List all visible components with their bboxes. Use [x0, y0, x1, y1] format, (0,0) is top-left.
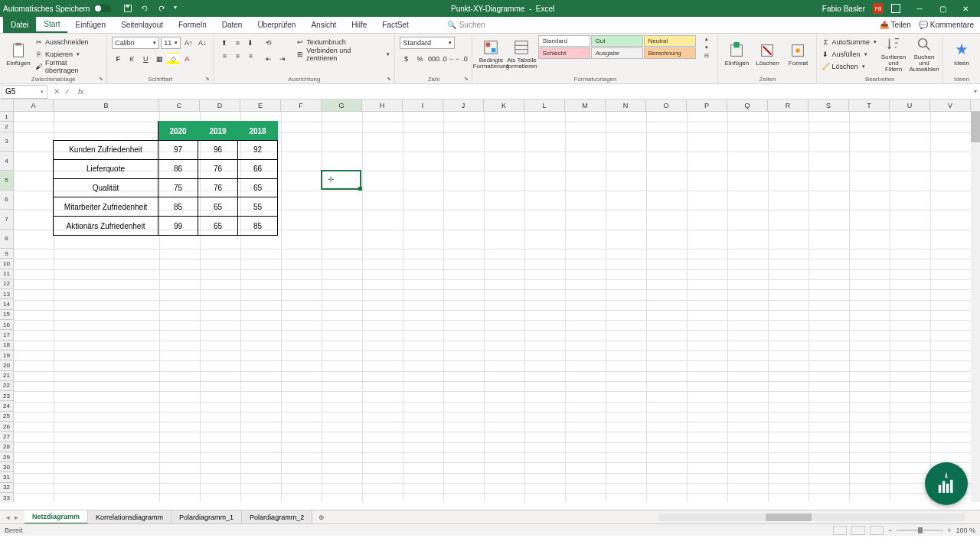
row-header-13[interactable]: 13	[0, 289, 14, 299]
view-page-layout-button[interactable]	[851, 526, 865, 535]
number-launcher[interactable]: ⬊	[464, 76, 470, 82]
row-header-5[interactable]: 5	[0, 171, 14, 190]
row-header-23[interactable]: 23	[0, 391, 14, 401]
sheet-tab-polardiagramm_1[interactable]: Polardiagramm_1	[172, 510, 242, 524]
col-header-F[interactable]: F	[281, 99, 322, 111]
style-schlecht[interactable]: Schlecht	[538, 47, 590, 59]
row-header-26[interactable]: 26	[0, 422, 14, 432]
sheet-tab-korrelationsdiagramm[interactable]: Korrelationsdiagramm	[88, 510, 172, 524]
sort-filter-button[interactable]: Sortieren und Filtern	[880, 35, 907, 73]
row-header-21[interactable]: 21	[0, 371, 14, 381]
maximize-button[interactable]: ▢	[931, 0, 954, 17]
fill-color-button[interactable]: ◇	[167, 53, 179, 65]
row-header-14[interactable]: 14	[0, 299, 14, 309]
autosave-toggle[interactable]: Automatisches Speichern	[3, 5, 111, 13]
tab-datei[interactable]: Datei	[3, 17, 36, 33]
col-header-D[interactable]: D	[200, 99, 240, 111]
row-header-22[interactable]: 22	[0, 381, 14, 391]
row-header-9[interactable]: 9	[0, 249, 14, 259]
align-right-button[interactable]: ≡	[244, 50, 256, 62]
percent-button[interactable]: %	[413, 53, 426, 65]
row-header-11[interactable]: 11	[0, 269, 14, 279]
style-berechnung[interactable]: Berechnung	[644, 47, 696, 59]
col-header-I[interactable]: I	[403, 99, 443, 111]
expand-formula-icon[interactable]: ▾	[971, 88, 980, 95]
sheet-nav-last-icon[interactable]: ▸	[15, 514, 18, 521]
format-as-table-button[interactable]: Als Tabelle formatieren	[508, 35, 535, 73]
add-sheet-button[interactable]: ⊕	[312, 514, 331, 521]
font-name-select[interactable]: Calibri▾	[112, 37, 159, 49]
align-bottom-button[interactable]: ⬇	[244, 37, 256, 49]
alignment-launcher[interactable]: ⬊	[387, 76, 393, 82]
col-header-P[interactable]: P	[687, 99, 727, 111]
sheet-tab-netzdiagramm[interactable]: Netzdiagramm	[24, 510, 88, 524]
undo-icon[interactable]	[140, 4, 149, 13]
vertical-scrollbar[interactable]	[971, 112, 980, 502]
clipboard-launcher[interactable]: ⬊	[99, 76, 105, 82]
row-header-19[interactable]: 19	[0, 350, 14, 360]
conditional-formatting-button[interactable]: Bedingte Formatierung	[477, 35, 505, 73]
font-launcher[interactable]: ⬊	[205, 76, 211, 82]
share-button[interactable]: 📤Teilen	[880, 21, 911, 29]
orientation-button[interactable]: ⟲	[263, 37, 275, 49]
align-top-button[interactable]: ⬆	[218, 37, 230, 49]
col-header-S[interactable]: S	[808, 99, 849, 111]
row-header-3[interactable]: 3	[0, 132, 14, 152]
underline-button[interactable]: U	[139, 53, 152, 65]
tab-ansicht[interactable]: Ansicht	[303, 17, 344, 33]
cancel-formula-icon[interactable]: ✕	[54, 87, 60, 96]
tab-seitenlayout[interactable]: Seitenlayout	[113, 17, 171, 33]
clear-button[interactable]: 🧹Löschen▾	[822, 61, 877, 72]
row-header-2[interactable]: 2	[0, 122, 14, 132]
styles-up-button[interactable]: ▴	[701, 35, 713, 43]
row-header-20[interactable]: 20	[0, 360, 14, 370]
merge-button[interactable]: ⊞Verbinden und zentrieren▾	[296, 49, 390, 60]
active-cell[interactable]	[321, 170, 361, 189]
col-header-A[interactable]: A	[14, 99, 54, 111]
cut-button[interactable]: ✂Ausschneiden	[35, 37, 102, 47]
copy-button[interactable]: ⎘Kopieren▾	[35, 49, 102, 60]
comma-button[interactable]: 000	[427, 53, 439, 65]
row-header-31[interactable]: 31	[0, 472, 14, 482]
increase-decimal-button[interactable]: .0→	[441, 53, 453, 65]
tab-daten[interactable]: Daten	[214, 17, 250, 33]
currency-button[interactable]: $	[400, 53, 412, 65]
minimize-button[interactable]: ─	[908, 0, 931, 17]
increase-indent-button[interactable]: ⇥	[276, 53, 289, 65]
format-painter-button[interactable]: 🖌Format übertragen	[35, 61, 102, 72]
decrease-indent-button[interactable]: ⇤	[263, 53, 275, 65]
tab-hilfe[interactable]: Hilfe	[344, 17, 374, 33]
row-header-32[interactable]: 32	[0, 483, 14, 493]
increase-font-button[interactable]: A↑	[182, 37, 194, 49]
ideas-button[interactable]: Ideen	[948, 35, 975, 73]
row-header-28[interactable]: 28	[0, 442, 14, 452]
row-header-30[interactable]: 30	[0, 462, 14, 472]
comments-button[interactable]: 💬Kommentare	[919, 21, 974, 29]
number-format-select[interactable]: Standard▾	[400, 37, 455, 49]
close-button[interactable]: ✕	[954, 0, 977, 17]
row-header-18[interactable]: 18	[0, 341, 14, 350]
row-header-4[interactable]: 4	[0, 152, 14, 171]
name-box[interactable]: G5▾	[2, 85, 47, 99]
row-header-24[interactable]: 24	[0, 401, 14, 411]
style-standard[interactable]: Standard	[538, 35, 590, 47]
italic-button[interactable]: K	[126, 53, 138, 65]
search-box[interactable]: 🔍 Suchen	[447, 21, 485, 29]
find-select-button[interactable]: Suchen und Auswählen	[910, 35, 938, 73]
row-header-12[interactable]: 12	[0, 279, 14, 289]
decrease-font-button[interactable]: A↓	[196, 37, 208, 49]
fx-icon[interactable]: fx	[75, 88, 87, 96]
font-color-button[interactable]: A	[181, 53, 193, 65]
row-header-27[interactable]: 27	[0, 432, 14, 442]
col-header-R[interactable]: R	[768, 99, 808, 111]
zoom-slider[interactable]	[897, 530, 942, 531]
row-header-6[interactable]: 6	[0, 191, 14, 210]
align-middle-button[interactable]: ≡	[231, 37, 243, 49]
border-button[interactable]: ▦	[153, 53, 165, 65]
col-header-K[interactable]: K	[484, 99, 524, 111]
styles-down-button[interactable]: ▾	[701, 44, 713, 51]
row-header-29[interactable]: 29	[0, 452, 14, 462]
tab-factset[interactable]: FactSet	[374, 17, 416, 33]
col-header-J[interactable]: J	[443, 99, 484, 111]
row-header-25[interactable]: 25	[0, 412, 14, 422]
